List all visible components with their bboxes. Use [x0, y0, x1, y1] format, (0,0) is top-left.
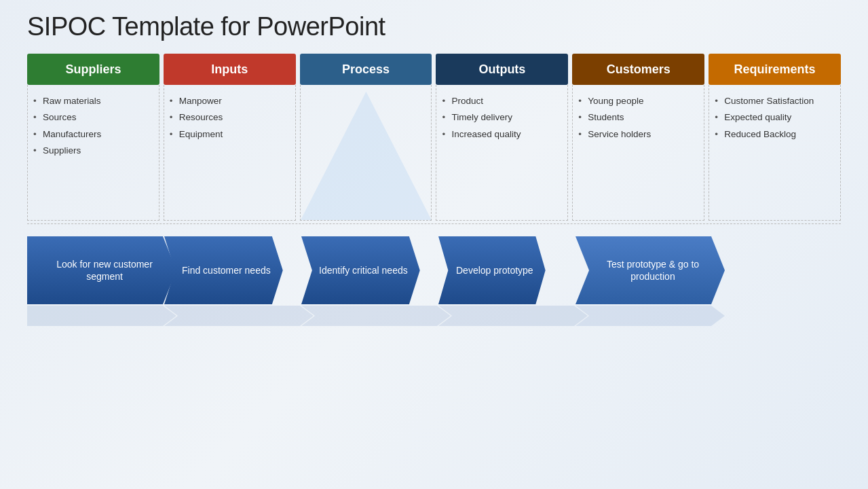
process-body: [300, 85, 432, 221]
process-step-3-label: Identify critical needs: [301, 264, 420, 276]
process-step-1-label: Look for new customer segment: [27, 258, 176, 283]
process-step-3[interactable]: Identify critical needs: [301, 236, 420, 304]
process-steps: Look for new customer segment Find custo…: [27, 236, 841, 304]
customers-item: Young people: [578, 93, 698, 109]
svg-marker-9: [438, 306, 588, 326]
suppliers-item: Raw materials: [33, 93, 153, 109]
customers-body: Young people Students Service holders: [572, 85, 704, 221]
page-title: SIPOC Template for PowerPoint: [27, 12, 841, 41]
suppliers-body: Raw materials Sources Manufacturers Supp…: [27, 85, 159, 221]
inputs-item: Resources: [170, 109, 290, 126]
process-step-2-label: Find customer needs: [164, 264, 283, 276]
svg-marker-7: [164, 306, 314, 326]
outputs-item: Product: [442, 93, 562, 109]
reflection-2: [164, 306, 314, 326]
process-step-2[interactable]: Find customer needs: [164, 236, 283, 304]
main-container: SIPOC Template for PowerPoint Suppliers …: [0, 0, 868, 489]
svg-marker-6: [27, 306, 176, 326]
sipoc-header: Suppliers Inputs Process Outputs Custome…: [27, 54, 841, 85]
requirements-body: Customer Satisfaction Expected quality R…: [709, 85, 841, 221]
outputs-header: Outputs: [436, 54, 568, 85]
svg-marker-0: [301, 92, 432, 220]
sipoc-body: Raw materials Sources Manufacturers Supp…: [27, 85, 841, 221]
chevron-wrapper-1: Look for new customer segment: [27, 236, 176, 304]
svg-marker-8: [301, 306, 451, 326]
reflection-area: [27, 306, 841, 326]
process-step-4-label: Develop prototype: [438, 264, 546, 276]
requirements-item: Customer Satisfaction: [715, 93, 835, 109]
divider: [27, 223, 841, 224]
process-step-1[interactable]: Look for new customer segment: [27, 236, 176, 304]
outputs-item: Increased quality: [442, 126, 562, 143]
customers-header: Customers: [572, 54, 704, 85]
reflection-5: [575, 306, 725, 326]
reflection-4: [438, 306, 588, 326]
requirements-item: Reduced Backlog: [715, 126, 835, 143]
reflection-3: [301, 306, 451, 326]
inputs-body: Manpower Resources Equipment: [164, 85, 296, 221]
outputs-item: Timely delivery: [442, 109, 562, 126]
reflection-1: [27, 306, 176, 326]
chevron-wrapper-3: Identify critical needs: [301, 236, 451, 304]
chevron-wrapper-2: Find customer needs: [164, 236, 314, 304]
svg-marker-10: [575, 306, 725, 326]
requirements-header: Requirements: [709, 54, 841, 85]
suppliers-header: Suppliers: [27, 54, 159, 85]
process-step-5[interactable]: Test prototype & go to production: [575, 236, 725, 304]
customers-item: Students: [578, 109, 698, 126]
suppliers-item: Sources: [33, 109, 153, 126]
inputs-item: Manpower: [170, 93, 290, 109]
inputs-header: Inputs: [164, 54, 296, 85]
chevron-wrapper-5: Test prototype & go to production: [575, 236, 725, 304]
process-step-5-label: Test prototype & go to production: [575, 258, 725, 283]
inputs-item: Equipment: [170, 126, 290, 143]
customers-item: Service holders: [578, 126, 698, 143]
requirements-item: Expected quality: [715, 109, 835, 126]
process-step-4[interactable]: Develop prototype: [438, 236, 546, 304]
chevron-wrapper-4: Develop prototype: [438, 236, 588, 304]
process-header: Process: [300, 54, 432, 85]
suppliers-item: Manufacturers: [33, 126, 153, 143]
suppliers-item: Suppliers: [33, 143, 153, 159]
outputs-body: Product Timely delivery Increased qualit…: [436, 85, 568, 221]
